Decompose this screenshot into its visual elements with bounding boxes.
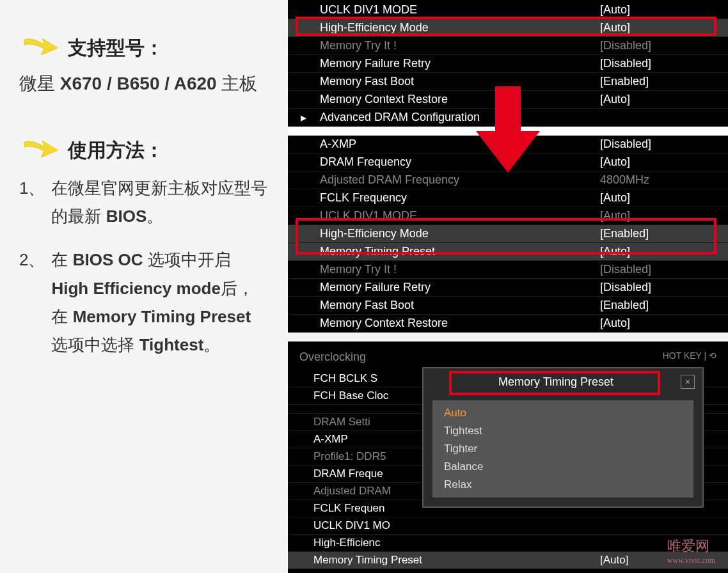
setting-value: [Disabled] (600, 137, 722, 151)
bios-panel-top: UCLK DIV1 MODE[Auto]High-Efficiency Mode… (288, 0, 728, 333)
watermark-url: www.vivst.com (667, 556, 715, 565)
popup-option[interactable]: Auto (432, 404, 693, 422)
setting-label: Memory Timing Preset (313, 554, 600, 567)
setting-value: [Auto] (600, 21, 722, 35)
bios-setting-row[interactable]: Memory Failure Retry[Disabled] (288, 279, 728, 297)
setting-label: FCLK Frequency (320, 191, 600, 205)
setting-value: [Disabled] (600, 39, 722, 52)
setting-value: [Auto] (600, 245, 722, 258)
supported-models-heading: 支持型号： (19, 32, 269, 64)
submenu-caret-icon: ▸ (301, 111, 306, 125)
bios-setting-row[interactable]: High-Efficienc (288, 535, 728, 552)
setting-label: High-Efficiency Mode (320, 227, 600, 240)
memory-timing-preset-popup: Memory Timing Preset × AutoTightestTight… (422, 367, 704, 508)
setting-label: Memory Try It ! (320, 263, 600, 276)
setting-value: [Auto] (600, 317, 722, 330)
setting-label: UCLK DIV1 MODE (320, 3, 600, 17)
setting-label: High-Efficiency Mode (320, 21, 600, 35)
setting-label: Memory Failure Retry (320, 57, 600, 70)
setting-value (600, 111, 722, 124)
setting-label: Memory Try It ! (320, 39, 600, 52)
bios-setting-row[interactable]: Memory Timing Preset[Auto] (288, 243, 728, 261)
setting-value: [Auto] (600, 191, 722, 205)
steps-list: 1、 在微星官网更新主板对应型号的最新 BIOS。 2、 在 BIOS OC 选… (19, 174, 269, 359)
popup-option[interactable]: Relax (432, 476, 693, 494)
setting-label: Memory Context Restore (320, 317, 600, 330)
setting-label: Memory Fast Boot (320, 75, 600, 88)
setting-value: [Disabled] (600, 57, 722, 70)
red-arrow-down-icon (470, 86, 546, 176)
setting-label: Memory Failure Retry (320, 281, 600, 294)
watermark: 唯爱网 www.vivst.com (667, 537, 715, 565)
setting-label: UCLK DIV1 MODE (320, 209, 600, 223)
setting-value: [Enabled] (600, 227, 722, 240)
popup-option[interactable]: Tightest (432, 422, 693, 440)
popup-header: Memory Timing Preset × (423, 368, 702, 395)
bios-setting-row[interactable]: Memory Fast Boot[Enabled] (288, 297, 728, 315)
curved-arrow-icon (19, 32, 64, 64)
setting-value: [Enabled] (600, 75, 722, 88)
instructions-panel: 支持型号： 微星 X670 / B650 / A620 主板 使用方法： 1、 … (0, 0, 288, 573)
setting-value: [Disabled] (600, 263, 722, 276)
setting-label: Memory Fast Boot (320, 299, 600, 312)
bios-setting-row[interactable]: Memory Try It ![Disabled] (288, 37, 728, 55)
popup-option[interactable]: Tighter (432, 440, 693, 458)
setting-value: [Enabled] (600, 299, 722, 312)
popup-options: AutoTightestTighterBalanceRelax (432, 400, 693, 498)
popup-title: Memory Timing Preset (431, 375, 681, 389)
supported-models-line: 微星 X670 / B650 / A620 主板 (19, 72, 269, 96)
step-number: 1、 (19, 174, 45, 230)
setting-value: [Auto] (600, 155, 722, 169)
bios-panel-overclocking: Overclocking HOT KEY | ⟲ FCH BCLK SFCH B… (288, 341, 728, 573)
bios-screenshots: UCLK DIV1 MODE[Auto]High-Efficiency Mode… (288, 0, 728, 573)
setting-label: Memory Context Restore (320, 93, 600, 106)
setting-label: Memory Timing Preset (320, 245, 600, 258)
bios-setting-row[interactable]: UCLK DIV1 MODE[Auto] (288, 207, 728, 225)
setting-value: [Disabled] (600, 281, 722, 294)
bios-setting-row[interactable]: FCLK Frequency[Auto] (288, 189, 728, 207)
bios-setting-row[interactable]: Memory Timing Preset[Auto] (288, 552, 728, 569)
popup-option[interactable]: Balance (432, 458, 693, 476)
bios-setting-row[interactable]: Memory Try It ![Disabled] (288, 261, 728, 279)
setting-label: UCLK DIV1 MO (313, 519, 600, 532)
setting-label: Advanced DRAM Configuration (320, 111, 600, 124)
curved-arrow-icon (19, 134, 64, 166)
bios-setting-row[interactable]: Memory Failure Retry[Disabled] (288, 55, 728, 73)
setting-value: [Auto] (600, 209, 722, 223)
supported-heading-text: 支持型号： (68, 35, 164, 61)
setting-value (600, 519, 722, 532)
models-list: X670 / B650 / A620 (60, 74, 217, 93)
hotkey-label: HOT KEY | ⟲ (663, 350, 716, 364)
setting-value: [Auto] (600, 93, 722, 106)
models-suffix: 主板 (221, 74, 257, 93)
step-number: 2、 (19, 246, 45, 359)
setting-value: [Auto] (600, 3, 722, 17)
close-icon[interactable]: × (681, 375, 695, 389)
bios-setting-row[interactable]: UCLK DIV1 MODE[Auto] (288, 1, 728, 19)
setting-label: High-Efficienc (313, 537, 600, 549)
bios-setting-row[interactable]: Memory Try It ![Disabled] (288, 569, 728, 573)
bios-setting-row[interactable]: High-Efficiency Mode[Enabled] (288, 225, 728, 243)
step-2: 2、 在 BIOS OC 选项中开启 High Efficiency mode后… (19, 246, 269, 359)
step-body: 在微星官网更新主板对应型号的最新 BIOS。 (51, 174, 269, 230)
models-prefix: 微星 (19, 74, 55, 93)
bios-setting-row[interactable]: Memory Context Restore[Auto] (288, 315, 728, 333)
setting-label: Adjusted DRAM Frequency (320, 173, 600, 187)
setting-label: DRAM Frequency (320, 155, 600, 169)
usage-heading-text: 使用方法： (68, 137, 164, 164)
step-1: 1、 在微星官网更新主板对应型号的最新 BIOS。 (19, 174, 269, 230)
watermark-text: 唯爱网 (667, 538, 709, 554)
bios-setting-row[interactable]: UCLK DIV1 MO (288, 517, 728, 535)
overclocking-title: Overclocking (299, 350, 366, 364)
step-body: 在 BIOS OC 选项中开启 High Efficiency mode后，在 … (51, 246, 269, 359)
setting-value: 4800MHz (600, 173, 722, 187)
bios-setting-row[interactable]: High-Efficiency Mode[Auto] (288, 19, 728, 37)
usage-heading: 使用方法： (19, 134, 269, 166)
setting-label: A-XMP (320, 137, 600, 151)
